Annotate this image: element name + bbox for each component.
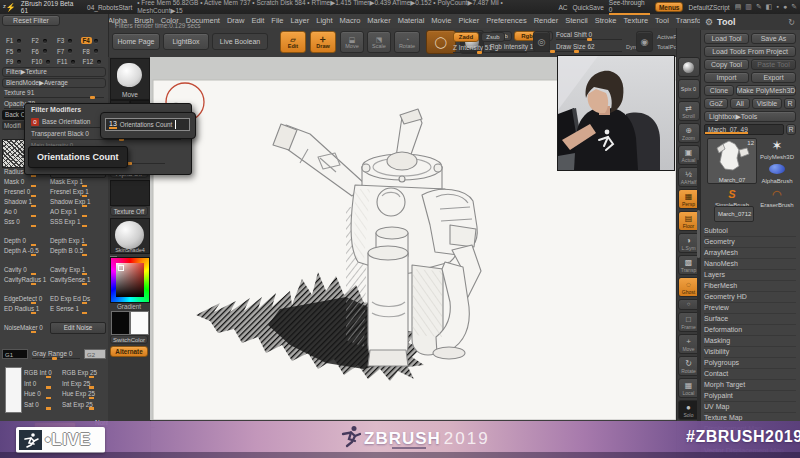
filter-slider-row[interactable]: NoiseMaker 0Edit Noise (4, 323, 106, 333)
filter-slider-row[interactable]: Depth A -0.5Depth B 0.5 (4, 246, 106, 256)
ac-button[interactable]: AC (558, 4, 567, 11)
fkey-cell[interactable]: F6 (30, 47, 56, 57)
load-tool-button[interactable]: Load Tool (704, 33, 749, 44)
active-tool-slider[interactable]: March_07. 49 (704, 124, 784, 135)
goz-visible-button[interactable]: Visible (752, 98, 782, 109)
texture-thumb[interactable] (110, 180, 150, 206)
filter-slider-row[interactable]: Shadow 1Shadow Exp 1 (4, 197, 106, 207)
menu-item[interactable]: Texture (623, 16, 648, 25)
stroke-modifier-button[interactable]: ◎ (533, 31, 550, 52)
menu-item[interactable]: Preferences (486, 16, 526, 25)
color-mod-row[interactable]: Int 0Int Exp 25 (24, 379, 108, 390)
quicksave-button[interactable]: QuickSave (572, 4, 603, 11)
polymesh3d-thumb[interactable]: ✶ PolyMesh3D (758, 136, 796, 158)
save-as-button[interactable]: Save As (751, 33, 796, 44)
color-picker[interactable] (110, 257, 150, 303)
filter-slider-row[interactable]: Ao 0AO Exp 1 (4, 207, 106, 217)
tool-section-item[interactable]: Morph Target (704, 380, 796, 391)
fkey-dot-icon[interactable] (94, 39, 98, 43)
reset-filter-button[interactable]: Reset Filter (2, 15, 60, 26)
palette-icon[interactable]: ◧ (766, 3, 773, 11)
menu-item[interactable]: Tool (655, 16, 669, 25)
material-thumb[interactable]: SkinShade4 (110, 218, 150, 254)
fkey-cell[interactable]: F10 (30, 57, 56, 67)
zsub-final[interactable]: Zsub (481, 32, 505, 42)
fkey-cell[interactable]: F9 (4, 57, 30, 67)
fkey-dot-icon[interactable] (68, 49, 72, 53)
make-polymesh3d-button[interactable]: Make PolyMesh3D (736, 85, 796, 96)
lightbox-tools-button[interactable]: Lightbox▶Tools (704, 111, 796, 122)
zoom-icon[interactable]: ⊕Zoom (678, 123, 700, 143)
fkey-cell[interactable]: F12 (81, 57, 107, 67)
eraserbrush-thumb[interactable]: ◠ EraserBrush (758, 184, 796, 204)
fkey-dot-icon[interactable] (43, 49, 47, 53)
filter-slider-row[interactable]: ED Radius 1E Sense 1 (4, 304, 106, 314)
tool-section-item[interactable]: FiberMesh (704, 281, 796, 292)
texture-slider[interactable]: Texture 91 (4, 89, 104, 98)
menu-item[interactable]: Marker (367, 16, 390, 25)
tool-section-item[interactable]: Contact (704, 369, 796, 380)
filter-color-swatch[interactable] (5, 367, 22, 413)
fkey-cell[interactable]: F4 (81, 36, 107, 46)
menu-item[interactable]: Stroke (595, 16, 617, 25)
menu-item[interactable]: Render (534, 16, 559, 25)
tool-section-item[interactable]: Masking (704, 336, 796, 347)
fkey-dot-icon[interactable] (97, 60, 101, 64)
active-tool-thumb[interactable]: 12 March_07 (707, 138, 757, 184)
draw-button[interactable]: ✛ Draw (310, 31, 336, 53)
tool-section-item[interactable]: Geometry HD (704, 292, 796, 303)
g1-swatch[interactable]: G1 (2, 349, 28, 359)
color-mod-row[interactable]: Hue 0Hue Exp 25 (24, 389, 108, 400)
fkey-dot-icon[interactable] (17, 60, 21, 64)
pen-icon[interactable]: ✎ (791, 3, 797, 11)
brushes-icon[interactable]: ✎ (756, 3, 762, 11)
spix-slider[interactable]: Spix 0 (678, 79, 700, 99)
tool-section-item[interactable]: Geometry (704, 237, 796, 248)
tool-section-item[interactable]: Surface (704, 314, 796, 325)
filter-slider-row[interactable]: Depth 0Depth Exp 1 (4, 236, 106, 246)
filter-slider-row[interactable]: CavityRadius 1CavitySense 1 (4, 275, 106, 285)
zadd-cluster-button[interactable]: Zadd (453, 32, 479, 42)
menu-item[interactable]: Material (398, 16, 425, 25)
menu-item[interactable]: Light (316, 16, 332, 25)
tool-section-item[interactable]: NanoMesh (704, 259, 796, 270)
tool-section-item[interactable]: Visibility (704, 347, 796, 358)
active-brush-thumb[interactable]: Move (110, 58, 150, 100)
copy-tool-button[interactable]: Copy Tool (704, 59, 749, 70)
fkey-cell[interactable]: F3 (55, 36, 81, 46)
menu-item[interactable]: Layer (290, 16, 309, 25)
menus-button[interactable]: Menus (655, 2, 684, 12)
fkey-dot-icon[interactable] (46, 60, 50, 64)
draw-size-slider[interactable]: Draw Size 62 (556, 43, 622, 52)
menu-item[interactable]: File (271, 16, 283, 25)
fkey-dot-icon[interactable] (43, 39, 47, 43)
z-intensity-slider[interactable]: Z Intensity 51 (453, 44, 527, 53)
paste-tool-button[interactable]: Paste Tool (751, 59, 796, 70)
g2-swatch[interactable]: G2 (84, 349, 106, 359)
rotate-button[interactable]: ◔ Rotate (394, 31, 420, 53)
move-button[interactable]: ⬓ Move (340, 31, 364, 53)
menu-item[interactable]: Macro (339, 16, 360, 25)
see-through-slider[interactable]: See-through 0 (609, 0, 650, 15)
divider-icon[interactable]: ▥ (745, 3, 752, 11)
filter-selector[interactable]: Filter▶Texture (2, 67, 106, 77)
color-mod-row[interactable]: RGB Int 0RGB Exp 25 (24, 368, 108, 379)
recent-tool-thumb[interactable]: March_0712 (714, 206, 754, 222)
bpr-icon[interactable]: BPR (678, 57, 700, 77)
default-zscript-button[interactable]: DefaultZScript (688, 4, 729, 11)
alphabrush-thumb[interactable]: AlphaBrush (758, 160, 796, 182)
simplebrush-thumb[interactable]: S SimpleBrush (710, 184, 754, 204)
secondary-color-swatch[interactable] (130, 311, 149, 335)
edit-button[interactable]: ▱ Edit (280, 31, 306, 53)
menu-item[interactable]: Movie (431, 16, 451, 25)
filter-slider-row[interactable]: Cavity 0Cavity Exp 1 (4, 265, 106, 275)
home-page-button[interactable]: Home Page (112, 33, 160, 50)
focal-shift-slider[interactable]: Focal Shift 0 (556, 31, 622, 40)
tool-section-item[interactable]: Layers (704, 270, 796, 281)
tool-section-item[interactable]: UV Map (704, 402, 796, 413)
clone-button[interactable]: Clone (704, 85, 734, 96)
alternate-button[interactable]: Alternate (110, 346, 148, 357)
scale-button[interactable]: ⬔ Scale (367, 31, 391, 53)
lightbox-button[interactable]: LightBox (163, 33, 209, 50)
main-color-swatch[interactable] (111, 311, 130, 335)
